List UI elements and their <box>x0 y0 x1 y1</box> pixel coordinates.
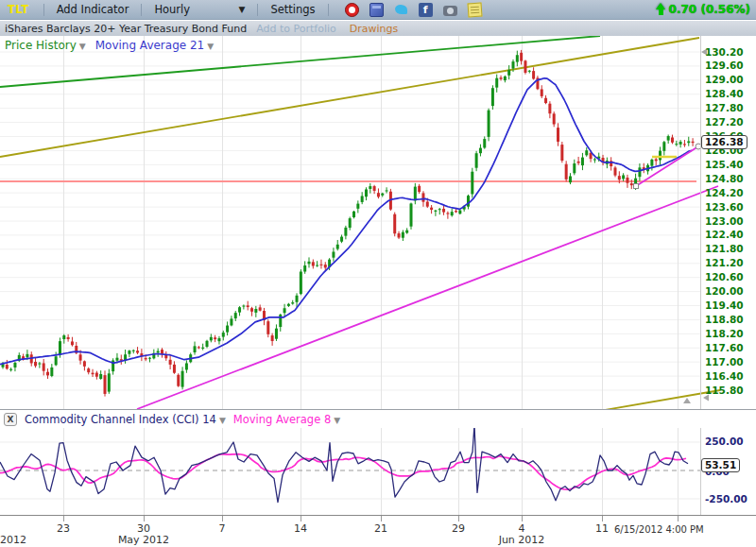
price-axis-label: 123.00 <box>705 215 752 228</box>
moving-average-dropdown[interactable]: Moving Average 21▼ <box>95 39 214 52</box>
close-cci-button[interactable]: X <box>4 413 17 426</box>
time-tick <box>63 516 64 521</box>
time-axis-day-label: 23 <box>50 522 77 535</box>
cube-icon[interactable] <box>369 3 384 17</box>
price-axis-label: 125.40 <box>705 159 752 171</box>
cci-axis-label: -250.00 <box>705 493 752 504</box>
interval-dropdown[interactable]: Hourly ▼ <box>148 3 250 16</box>
time-tick <box>381 516 382 521</box>
price-axis-label: 119.40 <box>705 299 752 312</box>
price-axis-label: 118.20 <box>705 328 752 340</box>
time-axis-day-label: 14 <box>287 522 314 535</box>
toolbar-icons: f <box>345 3 482 17</box>
price-axis-label: 120.00 <box>705 285 752 298</box>
time-tick <box>458 516 459 521</box>
camera-icon[interactable] <box>443 6 457 16</box>
separator <box>43 4 44 16</box>
add-indicator-button[interactable]: Add Indicator <box>51 3 135 16</box>
price-axis-label: 117.00 <box>705 356 752 368</box>
toolbar: TLT Add Indicator Hourly ▼ Settings f 0.… <box>0 0 756 20</box>
change-label: 0.70 (0.56%) <box>669 3 750 16</box>
time-axis-day-label: 7 <box>209 522 235 535</box>
price-axis-label: 121.80 <box>705 243 752 255</box>
separator <box>328 4 329 16</box>
drawings-menu[interactable]: Drawings <box>350 23 398 35</box>
time-tick <box>301 516 301 521</box>
time-axis-month-label: Jun 2012 <box>489 534 555 546</box>
fund-name-label: iShares Barclays 20+ Year Treasury Bond … <box>5 23 247 35</box>
price-axis-label: 129.60 <box>705 60 752 72</box>
price-axis-label: 121.20 <box>705 257 752 269</box>
price-axis-label: 123.60 <box>705 201 752 214</box>
cci-axis-label: 250.00 <box>705 436 752 447</box>
candles-layer <box>2 50 695 397</box>
twitter-icon[interactable] <box>394 3 408 17</box>
time-axis-month-label: May 2012 <box>111 534 177 546</box>
price-legend: Price History▼ Moving Average 21▼ <box>5 39 214 52</box>
facebook-icon[interactable]: f <box>419 3 433 17</box>
symbol-label: TLT <box>8 3 29 16</box>
add-to-portfolio-link[interactable]: Add to Portfolio <box>256 23 336 35</box>
price-axis-label: 117.60 <box>705 342 752 354</box>
axis-marker-icon <box>683 398 691 403</box>
time-tick <box>222 516 223 521</box>
chevron-down-icon: ▼ <box>334 416 340 425</box>
interval-label: Hourly <box>154 3 190 16</box>
cci-header: X Commodity Channel Index (CCI) 14▼ Movi… <box>0 409 756 428</box>
cci-ma-dropdown[interactable]: Moving Average 8▼ <box>233 413 340 426</box>
price-axis-label: 130.20 <box>705 46 752 59</box>
separator <box>257 4 258 16</box>
price-chart-canvas[interactable] <box>0 36 756 409</box>
price-axis-label: 122.40 <box>705 229 752 241</box>
alarm-clock-icon[interactable] <box>345 3 359 17</box>
price-axis-label: 120.60 <box>705 271 752 283</box>
time-tick <box>678 516 679 521</box>
price-axis-label: 128.40 <box>705 88 752 100</box>
notes-icon[interactable] <box>467 2 482 17</box>
cci-chart-canvas[interactable] <box>0 428 756 515</box>
time-tick <box>144 516 145 521</box>
price-axis-label: 129.00 <box>705 74 752 86</box>
cci-value-badge: 53.51 <box>701 458 740 472</box>
cci-indicator-dropdown[interactable]: Commodity Channel Index (CCI) 14▼ <box>25 413 226 426</box>
price-axis-label: 118.80 <box>705 314 752 326</box>
separator <box>141 4 142 16</box>
olive-channel-lower <box>605 390 720 409</box>
price-axis-label: 124.20 <box>705 187 752 199</box>
magenta-short-drawing <box>636 146 698 186</box>
chart-application: TLT Add Indicator Hourly ▼ Settings f 0.… <box>0 0 756 547</box>
settings-button[interactable]: Settings <box>265 3 320 16</box>
session-end-label: 6/15/2012 4:00 PM <box>614 524 704 535</box>
olive-channel-upper <box>0 38 699 157</box>
price-axis-label: 127.20 <box>705 116 752 128</box>
last-price-badge: 126.38 <box>701 135 747 149</box>
chevron-down-icon: ▼ <box>207 42 214 51</box>
price-history-dropdown[interactable]: Price History▼ <box>5 39 86 52</box>
time-tick <box>602 516 603 521</box>
chevron-down-icon: ▼ <box>238 5 245 14</box>
time-axis-day-label: 29 <box>445 522 472 535</box>
arrow-up-icon <box>656 3 666 16</box>
price-axis-label: 116.40 <box>705 370 752 383</box>
time-axis-year-label: 2012 <box>0 534 26 546</box>
price-axis-label: 115.80 <box>705 385 752 397</box>
time-axis-day-label: 11 <box>589 522 615 535</box>
price-axis-label: 127.80 <box>705 102 752 114</box>
subbar: iShares Barclays 20+ Year Treasury Bond … <box>0 21 756 36</box>
time-axis-day-label: 21 <box>368 522 394 535</box>
change-indicator: 0.70 (0.56%) <box>656 3 750 16</box>
time-axis: 2012 6/15/2012 4:00 PM 23307142129411May… <box>0 515 756 547</box>
chevron-down-icon: ▼ <box>79 42 86 51</box>
price-axis-label: 124.80 <box>705 173 752 185</box>
cci-line <box>0 428 688 503</box>
chevron-down-icon: ▼ <box>219 416 226 425</box>
time-tick <box>522 516 523 521</box>
drawing-handle <box>634 184 639 189</box>
